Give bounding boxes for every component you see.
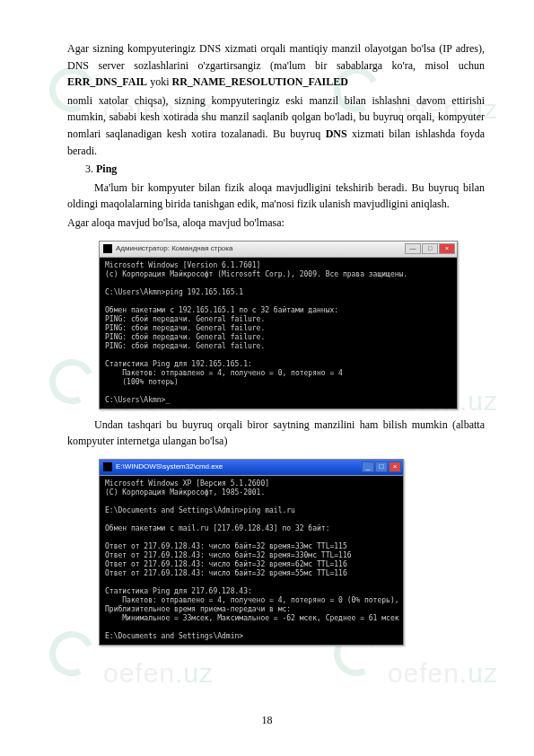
error-code: ERR_DNS_FAIL <box>67 75 147 88</box>
paragraph: Agar aloqa mavjud bo'lsa, aloqa mavjud b… <box>67 215 485 232</box>
page-number: 18 <box>0 714 534 727</box>
maximize-button[interactable]: □ <box>375 462 388 472</box>
terminal-output: Microsoft Windows [Version 6.1.7601] (c)… <box>100 258 457 409</box>
close-button[interactable]: × <box>439 243 455 254</box>
window-title: Администратор: Командная строка <box>116 243 232 254</box>
list-title: Ping <box>96 163 117 175</box>
body-text: yoki <box>147 75 171 88</box>
paragraph: Agar sizning kompyuteringiz DNS xizmati … <box>67 40 485 91</box>
window-controls: — □ × <box>405 243 455 254</box>
window-title: E:\WINDOWS\system32\cmd.exe <box>116 462 223 472</box>
titlebar: E:\WINDOWS\system32\cmd.exe _ □ × <box>100 460 403 476</box>
minimize-button[interactable]: — <box>405 243 421 254</box>
paragraph: nomli xatolar chiqsa), sizning kompyuter… <box>67 92 485 159</box>
error-code: RR_NAME_RESOLUTION_FAILED <box>171 75 347 88</box>
paragraph: Undan tashqari bu buyruq orqali biror sa… <box>67 417 485 450</box>
maximize-button[interactable]: □ <box>422 243 438 254</box>
titlebar: Администратор: Командная строка — □ × <box>100 242 457 258</box>
terminal-window-1: Администратор: Командная строка — □ × Mi… <box>99 241 458 409</box>
cmd-icon <box>103 462 112 471</box>
close-button[interactable]: × <box>389 462 401 472</box>
minimize-button[interactable]: _ <box>362 462 374 472</box>
cmd-icon <box>103 244 112 253</box>
terminal-window-2: E:\WINDOWS\system32\cmd.exe _ □ × Micros… <box>99 459 404 646</box>
body-text: Agar sizning kompyuteringiz DNS xizmati … <box>67 42 485 72</box>
paragraph: Ma'lum bir kompyuter bilan fizik aloqa m… <box>67 180 485 213</box>
list-item: 3. Ping <box>67 161 485 178</box>
dns-term: DNS <box>326 127 347 140</box>
window-controls: _ □ × <box>362 462 401 472</box>
list-number: 3. <box>85 163 96 175</box>
terminal-output: Microsoft Windows XP [Версия 5.1.2600] (… <box>100 476 403 645</box>
document-content: Agar sizning kompyuteringiz DNS xizmati … <box>0 0 534 680</box>
